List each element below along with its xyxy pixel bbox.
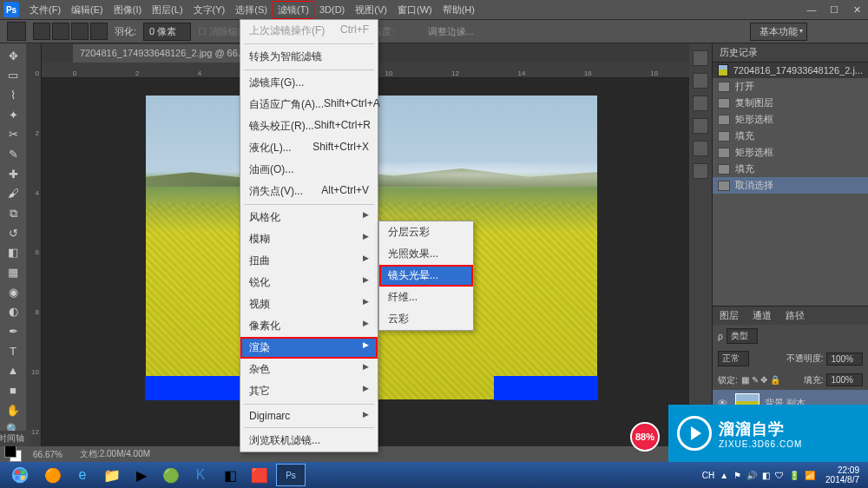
move-tool[interactable]: ✥ <box>3 47 23 65</box>
menu-adaptive-wide[interactable]: 自适应广角(A)...Shift+Ctrl+A <box>240 94 378 115</box>
tab-channels[interactable]: 通道 <box>746 307 779 325</box>
shape-tool[interactable]: ■ <box>3 381 23 399</box>
menu-stylize[interactable]: 风格化 <box>240 207 378 228</box>
styles-panel-icon[interactable] <box>693 118 708 134</box>
history-step[interactable]: 复制图层 <box>713 95 868 111</box>
type-tool[interactable]: T <box>3 342 23 360</box>
taskbar-app-1[interactable]: 🟠 <box>40 464 66 486</box>
menu-convert-smart[interactable]: 转换为智能滤镜 <box>240 46 378 68</box>
adjustments-panel-icon[interactable] <box>693 96 708 111</box>
refine-edge-button[interactable]: 调整边缘... <box>428 25 474 38</box>
tab-layers[interactable]: 图层 <box>713 307 746 325</box>
zoom-level[interactable]: 66.67% <box>33 450 62 459</box>
gradient-tool[interactable]: ▦ <box>3 263 23 281</box>
menu-window[interactable]: 窗口(W) <box>392 1 437 19</box>
menu-filter[interactable]: 滤镜(T) <box>273 1 314 19</box>
eraser-tool[interactable]: ◧ <box>3 244 23 262</box>
history-step[interactable]: 矩形选框 <box>713 111 868 128</box>
selection-add-icon[interactable] <box>52 23 69 40</box>
taskbar-media[interactable]: ▶ <box>128 464 155 486</box>
color-panel-icon[interactable] <box>693 50 708 66</box>
close-button[interactable]: ✕ <box>845 2 868 17</box>
menu-digimarc[interactable]: Digimarc <box>240 406 378 425</box>
blend-mode-select[interactable]: 正常 <box>718 351 749 366</box>
taskbar-app-2[interactable]: 🟢 <box>158 464 184 486</box>
opacity-input[interactable]: 100% <box>826 353 863 366</box>
menu-liquify[interactable]: 液化(L)...Shift+Ctrl+X <box>240 137 378 159</box>
taskbar-app-4[interactable]: ◧ <box>217 464 243 486</box>
menu-view[interactable]: 视图(V) <box>350 1 392 19</box>
menu-video[interactable]: 视频 <box>240 293 378 315</box>
menu-other[interactable]: 其它 <box>240 380 378 402</box>
history-step[interactable]: 打开 <box>713 78 868 95</box>
menu-file[interactable]: 文件(F) <box>24 1 66 19</box>
history-panel-tab[interactable]: 历史记录 <box>713 43 868 63</box>
menu-3d[interactable]: 3D(D) <box>314 2 350 17</box>
color-swatches[interactable] <box>4 445 22 462</box>
selection-new-icon[interactable] <box>33 23 50 40</box>
tab-paths[interactable]: 路径 <box>779 307 812 325</box>
hand-tool[interactable]: ✋ <box>3 401 23 419</box>
submenu-clouds[interactable]: 云彩 <box>379 308 473 330</box>
workspace-switcher[interactable]: 基本功能▾ <box>750 23 807 41</box>
selection-intersect-icon[interactable] <box>90 23 108 40</box>
submenu-lens-flare[interactable]: 镜头光晕... <box>379 265 473 287</box>
character-panel-icon[interactable] <box>693 141 708 156</box>
tray-icon[interactable]: 📶 <box>805 471 815 480</box>
taskbar-ie[interactable]: e <box>69 464 95 486</box>
taskbar-app-5[interactable]: 🟥 <box>247 464 273 486</box>
eyedropper-tool[interactable]: ✎ <box>3 145 23 163</box>
menu-blur[interactable]: 模糊 <box>240 228 378 250</box>
submenu-lighting-effects[interactable]: 光照效果... <box>379 243 473 265</box>
menu-type[interactable]: 文字(Y) <box>188 1 231 19</box>
crop-tool[interactable]: ✂ <box>3 126 23 144</box>
history-step[interactable]: 填充 <box>713 161 868 177</box>
filter-kind-select[interactable]: 类型 <box>727 328 758 344</box>
doc-size[interactable]: 文档:2.00M/4.00M <box>80 448 150 460</box>
menu-filter-gallery[interactable]: 滤镜库(G)... <box>240 72 378 94</box>
menu-lens-correction[interactable]: 镜头校正(R)...Shift+Ctrl+R <box>240 115 378 137</box>
menu-distort[interactable]: 扭曲 <box>240 250 378 272</box>
taskbar-app-3[interactable]: K <box>187 464 214 486</box>
menu-oil-paint[interactable]: 油画(O)... <box>240 159 378 181</box>
feather-input[interactable]: 0 像素 <box>143 23 191 41</box>
submenu-difference-clouds[interactable]: 分层云彩 <box>379 221 473 243</box>
start-button[interactable] <box>3 464 36 486</box>
menu-pixelate[interactable]: 像素化 <box>240 315 378 337</box>
tray-icon[interactable]: ◧ <box>762 471 770 480</box>
lock-icons[interactable]: ▦ ✎ ✥ 🔒 <box>741 375 780 385</box>
tool-preset[interactable] <box>7 22 26 41</box>
history-step[interactable]: 取消选择 <box>713 177 868 194</box>
fg-color-swatch[interactable] <box>4 445 16 458</box>
pen-tool[interactable]: ✒ <box>3 322 23 340</box>
menu-select[interactable]: 选择(S) <box>230 1 273 19</box>
tray-icon[interactable]: ⚑ <box>733 471 741 480</box>
menu-help[interactable]: 帮助(H) <box>437 1 480 19</box>
history-step[interactable]: 填充 <box>713 128 868 144</box>
tray-icon[interactable]: 🔋 <box>789 471 799 480</box>
history-step[interactable]: 矩形选框 <box>713 144 868 161</box>
blur-tool[interactable]: ◉ <box>3 283 23 301</box>
path-select-tool[interactable]: ▲ <box>3 362 23 380</box>
brush-tool[interactable]: 🖌 <box>3 185 23 203</box>
lasso-tool[interactable]: ⌇ <box>3 86 23 104</box>
history-doc-row[interactable]: 7204816_174933648126_2.j... <box>713 63 868 78</box>
tray-icon[interactable]: 🔊 <box>746 471 757 480</box>
wand-tool[interactable]: ✦ <box>3 106 23 124</box>
taskbar-clock[interactable]: 22:09 2014/8/7 <box>820 465 865 485</box>
menu-vanishing-point[interactable]: 消失点(V)...Alt+Ctrl+V <box>240 181 378 202</box>
taskbar-photoshop[interactable]: Ps <box>276 464 306 486</box>
menu-sharpen[interactable]: 锐化 <box>240 272 378 293</box>
tray-flag-icon[interactable]: ▲ <box>720 471 728 480</box>
marquee-tool[interactable]: ▭ <box>3 67 23 85</box>
menu-browse-online[interactable]: 浏览联机滤镜... <box>240 430 378 452</box>
menu-last-filter[interactable]: 上次滤镜操作(F)Ctrl+F <box>240 20 378 42</box>
minimize-button[interactable]: — <box>800 2 823 17</box>
tray-lang[interactable]: CH <box>702 471 714 480</box>
submenu-fibers[interactable]: 纤维... <box>379 287 473 308</box>
taskbar-explorer[interactable]: 📁 <box>99 464 125 486</box>
dodge-tool[interactable]: ◐ <box>3 303 23 321</box>
menu-image[interactable]: 图像(I) <box>108 1 147 19</box>
tray-icon[interactable]: 🛡 <box>775 471 784 480</box>
history-brush-tool[interactable]: ↺ <box>3 224 23 242</box>
